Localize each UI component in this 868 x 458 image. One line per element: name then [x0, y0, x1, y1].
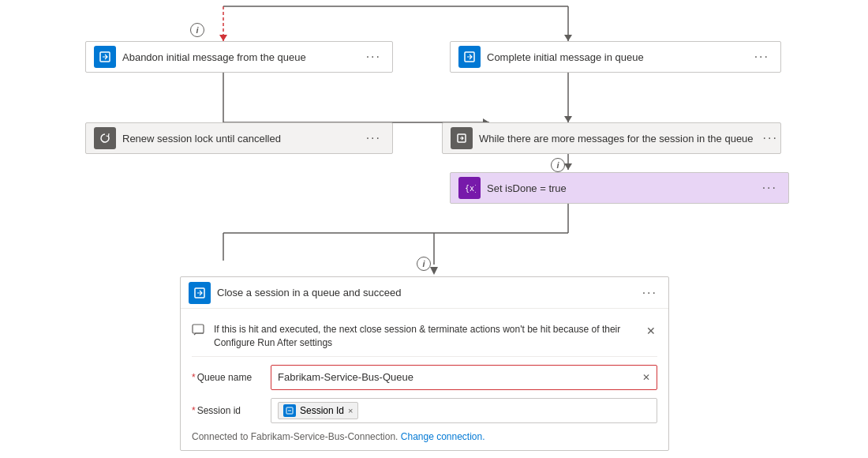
card-body: If this is hit and executed, the next cl…: [181, 309, 668, 450]
svg-marker-1: [219, 35, 227, 41]
notice-chat-icon: [192, 324, 208, 340]
complete-icon: [458, 46, 481, 68]
set-var-icon: {x}: [458, 177, 481, 199]
svg-marker-3: [564, 35, 572, 41]
svg-rect-22: [193, 325, 204, 333]
renew-label: Renew session lock until cancelled: [122, 133, 357, 145]
session-id-row: *Session id Session Id ×: [192, 398, 657, 423]
while-node[interactable]: While there are more messages for the se…: [442, 122, 781, 154]
svg-marker-11: [564, 163, 572, 170]
notice-text: If this is hit and executed, the next cl…: [214, 323, 638, 350]
queue-label: *Queue name: [192, 372, 263, 383]
abandon-node[interactable]: Abandon initial message from the queue ·…: [85, 41, 393, 73]
renew-menu[interactable]: ···: [363, 130, 384, 147]
renew-node[interactable]: Renew session lock until cancelled ···: [85, 122, 393, 154]
footer-text: Connected to Fabrikam-Service-Bus-Connec…: [192, 431, 398, 442]
notice-close[interactable]: ✕: [645, 323, 657, 339]
set-var-label: Set isDone = true: [487, 182, 753, 194]
renew-icon: [94, 127, 116, 149]
card-header: Close a session in a queue and succeed ·…: [181, 277, 668, 309]
set-var-menu[interactable]: ···: [759, 179, 780, 197]
change-connection-link[interactable]: Change connection.: [401, 431, 485, 442]
set-var-node[interactable]: {x} Set isDone = true ···: [450, 172, 789, 204]
session-input[interactable]: Session Id ×: [271, 398, 657, 423]
abandon-icon: [94, 46, 116, 68]
close-icon: [189, 282, 211, 304]
session-token-text: Session Id: [300, 405, 344, 416]
footer: Connected to Fabrikam-Service-Bus-Connec…: [192, 431, 657, 442]
while-icon: [451, 127, 473, 149]
close-menu[interactable]: ···: [639, 284, 660, 302]
svg-marker-16: [430, 267, 438, 275]
complete-node[interactable]: Complete initial message in queue ···: [450, 41, 781, 73]
queue-required-star: *: [192, 372, 196, 383]
while-menu[interactable]: ···: [760, 130, 781, 147]
session-required-star: *: [192, 405, 196, 416]
complete-menu[interactable]: ···: [751, 48, 773, 66]
queue-clear-icon[interactable]: ✕: [642, 372, 650, 383]
queue-name-row: *Queue name Fabrikam-Service-Bus-Queue ✕: [192, 365, 657, 390]
queue-input[interactable]: Fabrikam-Service-Bus-Queue ✕: [271, 365, 657, 390]
close-session-card: Close a session in a queue and succeed ·…: [180, 276, 669, 451]
notice-bar: If this is hit and executed, the next cl…: [192, 317, 657, 357]
info-icon-close: i: [417, 257, 431, 271]
abandon-label: Abandon initial message from the queue: [122, 51, 357, 63]
abandon-menu[interactable]: ···: [363, 48, 384, 66]
svg-marker-9: [564, 116, 572, 122]
queue-value: Fabrikam-Service-Bus-Queue: [278, 371, 639, 383]
session-token[interactable]: Session Id ×: [278, 402, 358, 419]
session-label: *Session id: [192, 405, 263, 416]
while-label: While there are more messages for the se…: [479, 133, 754, 145]
close-label: Close a session in a queue and succeed: [217, 287, 633, 298]
session-token-icon: [283, 404, 296, 417]
info-icon-top: i: [190, 23, 204, 37]
complete-label: Complete initial message in queue: [487, 51, 745, 63]
info-icon-while: i: [551, 158, 565, 172]
svg-text:{x}: {x}: [465, 184, 476, 193]
session-token-remove[interactable]: ×: [348, 406, 353, 415]
